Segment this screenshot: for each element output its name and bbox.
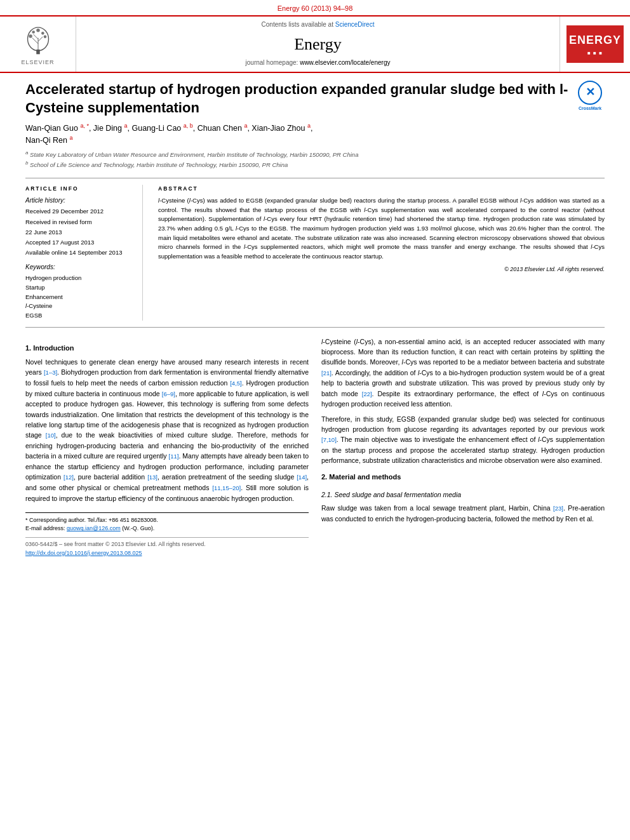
keywords-section: Keywords: Hydrogen production Startup En… [25,263,135,320]
article-info-panel: ARTICLE INFO Article history: Received 2… [25,185,143,321]
elsevier-label: ELSEVIER [21,58,54,67]
keyword-3: Enhancement [25,293,135,302]
footnote-email-label: E-mail address: [25,525,67,531]
crossmark-label: CrossMark [579,105,601,111]
ref-12: [12] [64,474,74,481]
svg-line-5 [33,34,37,39]
keyword-4: l-Cysteine [25,302,135,310]
svg-point-10 [43,35,46,38]
svg-point-6 [29,34,32,38]
section1-title: Introduction [33,344,74,352]
section2-heading: 2. Material and methods [321,472,605,483]
footnote-email-link[interactable]: guowq.ian@126.com [67,525,121,531]
received-revised-label: Received in revised form [25,218,135,227]
section2-1-heading: 2.1. Seed sludge and basal fermentation … [321,490,605,500]
elsevier-tree-icon [19,22,57,57]
journal-name: Energy [294,32,342,57]
body-col-right: l-Cysteine (l-Cys), a non-essential amin… [321,337,605,558]
footer-note: * Corresponding author. Tel./fax: +86 45… [25,516,309,533]
crossmark-badge[interactable]: ✕ CrossMark [575,81,605,111]
accepted-date: Accepted 17 August 2013 [25,238,135,247]
crossmark-icon: ✕ [578,81,602,105]
footnote-email-suffix: (W.-Q. Guo). [121,525,155,531]
keywords-title: Keywords: [25,263,135,272]
energy-badge: ENERGY ■ ■ ■ [566,25,624,63]
footer-copyright: 0360-5442/$ – see front matter © 2013 El… [25,540,309,549]
ref-4-5: [4,5] [230,380,242,387]
ref-7-10: [7,10] [321,436,337,443]
section2-1-num: 2.1. [321,491,333,498]
keyword-5: EGSB [25,311,135,320]
received-revised-date: 22 June 2013 [25,228,135,237]
svg-line-4 [38,37,43,41]
article-info-heading: ARTICLE INFO [25,185,135,192]
journal-citation-bar: Energy 60 (2013) 94–98 [0,0,630,15]
received-date: Received 29 December 2012 [25,207,135,216]
abstract-section: ABSTRACT l-Cysteine (l-Cys) was added to… [156,185,605,321]
body-two-col: 1. Introduction Novel techniques to gene… [25,337,605,558]
svg-point-8 [36,29,40,32]
authors-line: Wan-Qian Guo a, *, Jie Ding a, Guang-Li … [25,122,605,147]
journal-header: ELSEVIER Contents lists available at Sci… [0,15,630,73]
homepage-url[interactable]: www.elsevier.com/locate/energy [300,59,390,66]
sciencedirect-link[interactable]: ScienceDirect [335,21,375,28]
sciencedirect-prefix: Contents lists available at [262,21,335,28]
section1-para3: Therefore, in this study, EGSB (expanded… [321,414,605,466]
available-online: Available online 14 September 2013 [25,248,135,257]
article-title-block: Accelerated startup of hydrogen producti… [25,81,605,117]
journal-citation: Energy 60 (2013) 94–98 [278,4,353,12]
page: Energy 60 (2013) 94–98 ELSEVIER [0,0,630,840]
doi-link[interactable]: http://dx.doi.org/10.1016/j.energy.2013.… [25,550,142,556]
footer-divider [25,512,309,513]
sciencedirect-info: Contents lists available at ScienceDirec… [262,20,375,30]
ref-23: [23] [553,505,563,512]
section1-para2: l-Cysteine (l-Cys), a non-essential amin… [321,337,605,410]
journal-homepage: journal homepage: www.elsevier.com/locat… [246,58,391,68]
article-title: Accelerated startup of hydrogen producti… [25,81,569,117]
section2-1-para1: Raw sludge was taken from a local sewage… [321,503,605,524]
journal-right-logo: ENERGY ■ ■ ■ [560,17,630,72]
ref-22: [22] [362,390,372,397]
section2-1-title: Seed sludge and basal fermentation media [334,491,461,498]
footnote-star: * Corresponding author. Tel./fax: +86 45… [25,516,309,525]
svg-line-3 [32,38,37,44]
section2-num: 2. [321,473,327,481]
energy-logo-sub: ■ ■ ■ [587,50,603,57]
energy-logo-text: ENERGY [569,32,621,48]
svg-point-9 [41,32,44,35]
footnote-email-line: E-mail address: guowq.ian@126.com (W.-Q.… [25,524,309,533]
section1-para1: Novel techniques to generate clean energ… [25,357,309,503]
section2-title: Material and methods [329,473,401,481]
ref-10: [10] [46,432,56,439]
footer-bottom: 0360-5442/$ – see front matter © 2013 El… [25,537,309,558]
body-col-left: 1. Introduction Novel techniques to gene… [25,337,309,558]
main-content: Accelerated startup of hydrogen producti… [0,81,630,558]
ref-21: [21] [321,370,332,377]
keyword-2: Startup [25,283,135,292]
svg-point-7 [32,30,35,34]
section1-num: 1. [25,344,31,352]
homepage-prefix: journal homepage: [246,59,300,66]
elsevier-logo: ELSEVIER [0,17,76,72]
ref-1-3: [1–3] [44,369,57,376]
footer-doi-link: http://dx.doi.org/10.1016/j.energy.2013.… [25,549,309,558]
ref-13: [13] [147,474,158,481]
keyword-1: Hydrogen production [25,274,135,283]
ref-14: [14] [297,474,307,481]
abstract-copyright: © 2013 Elsevier Ltd. All rights reserved… [158,265,605,274]
abstract-text: l-Cysteine (l-Cys) was added to EGSB (ex… [158,196,605,262]
journal-center: Contents lists available at ScienceDirec… [76,17,560,72]
article-info-abstract: ARTICLE INFO Article history: Received 2… [25,178,605,328]
ref-6-9: [6–9] [162,390,175,397]
article-history-title: Article history: [25,196,135,206]
ref-11-15-20: [11,15–20] [212,484,241,491]
abstract-heading: ABSTRACT [158,185,605,192]
affiliations-block: a State Key Laboratory of Urban Water Re… [25,149,605,170]
section1-heading: 1. Introduction [25,343,309,354]
ref-11: [11] [169,453,179,460]
